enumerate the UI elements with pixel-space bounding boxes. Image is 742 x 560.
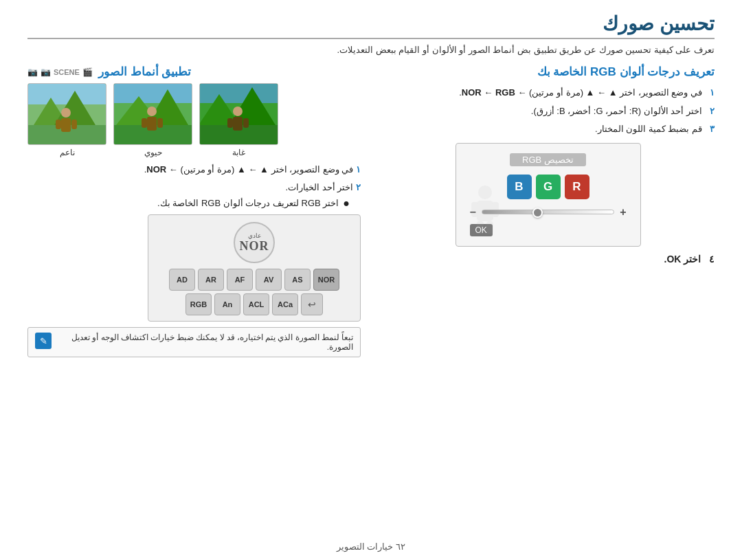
svg-rect-32 xyxy=(243,118,249,128)
scene-icon-acl[interactable]: ACL xyxy=(243,293,269,315)
scene-icon-ar[interactable]: AR xyxy=(198,269,224,291)
rgb-customizer-box: تخصيص RGB R G B + − OK xyxy=(456,143,641,247)
bullet-dot: ● xyxy=(343,198,350,209)
scene-icon-as[interactable]: AS xyxy=(284,269,311,291)
scene-icon-av[interactable]: AV xyxy=(256,269,282,291)
photo-natural xyxy=(27,83,106,145)
note-box: تبعاً لنمط الصورة الذي يتم اختياره، قد ل… xyxy=(27,327,361,357)
svg-rect-4 xyxy=(477,221,484,234)
scene-label: SCENE xyxy=(54,68,80,76)
slider-plus[interactable]: + xyxy=(620,206,626,219)
svg-point-20 xyxy=(147,107,157,116)
scene-icons-row2: ↩ ACa ACL An RGB xyxy=(157,293,352,315)
svg-rect-17 xyxy=(113,84,192,103)
list-item: ١ في وضع التصوير، اختر ▲ ← ▲ (مرة أو مرت… xyxy=(381,86,715,100)
photo-item-natural: ناعم xyxy=(27,83,106,157)
step-text: قم بضبط كمية اللون المختار. xyxy=(595,124,702,134)
right-instructions: ١ في وضع التصوير، اختر ▲ ← ▲ (مرة أو مرت… xyxy=(27,163,361,209)
page-title: تحسين صورك xyxy=(27,12,715,35)
rgb-slider[interactable] xyxy=(482,210,614,214)
svg-point-29 xyxy=(233,107,243,116)
svg-rect-23 xyxy=(157,118,163,128)
scene-back-button[interactable]: ↩ xyxy=(301,293,323,315)
svg-rect-12 xyxy=(61,118,71,132)
scene-icon-ad[interactable]: AD xyxy=(169,269,195,291)
svg-rect-13 xyxy=(56,120,61,129)
rgb-button-group: R G B xyxy=(507,175,589,199)
slider-thumb xyxy=(532,208,543,218)
step4-text: اختر OK. xyxy=(664,254,701,265)
rgb-box-title: تخصيص RGB xyxy=(510,153,586,166)
list-item: ٣ قم بضبط كمية اللون المختار. xyxy=(381,122,715,136)
step-number: ٢ xyxy=(710,104,715,118)
scene-box-top: عادي NOR xyxy=(157,222,352,263)
nor-circle: عادي NOR xyxy=(234,222,275,263)
photos-row: ناعم xyxy=(27,83,361,157)
bullet-text: اختر RGB لتعريف درجات ألوان RGB الخاصة ب… xyxy=(157,198,339,208)
step-text: في وضع التصوير، اختر ▲ ← ▲ (مرة أو مرتين… xyxy=(459,87,702,98)
right-section-title: تطبيق أنماط الصور 🎬 SCENE 📷 📷 xyxy=(27,65,361,79)
svg-rect-21 xyxy=(147,117,157,131)
bullet-rgb: ● اختر RGB لتعريف درجات ألوان RGB الخاصة… xyxy=(27,198,350,209)
scene-icon-an[interactable]: An xyxy=(214,293,240,315)
right-step1-num: ١ xyxy=(353,164,361,175)
nor-label-top: عادي xyxy=(248,232,261,239)
scene-icon-nor[interactable]: NOR xyxy=(313,269,339,291)
step-number: ١ xyxy=(710,86,715,100)
nor-text: NOR xyxy=(240,239,269,254)
svg-rect-14 xyxy=(71,120,77,129)
page-footer: ٦٢ خيارات التصوير xyxy=(0,541,742,552)
step4: ٤ اختر OK. xyxy=(381,254,715,265)
svg-point-11 xyxy=(61,108,71,117)
photo-item-forest: غابة xyxy=(199,83,278,157)
page-subtitle: تعرف على كيفية تحسين صورك عن طريق تطبيق … xyxy=(27,45,715,55)
svg-rect-31 xyxy=(227,118,233,128)
camera-icon2: 📷 xyxy=(27,67,38,77)
left-column: تعريف درجات ألوان RGB الخاصة بك ١ في وضع… xyxy=(381,65,715,357)
left-instructions: ١ في وضع التصوير، اختر ▲ ← ▲ (مرة أو مرت… xyxy=(381,86,715,136)
photo-forest xyxy=(199,83,278,145)
svg-rect-2 xyxy=(471,202,478,217)
scene-icon-rgb[interactable]: RGB xyxy=(186,293,212,315)
scene-icon-aca[interactable]: ACa xyxy=(272,293,298,315)
photo-label-forest: غابة xyxy=(232,148,245,157)
photo-vivid xyxy=(113,83,192,145)
title-divider xyxy=(27,38,715,39)
b-button[interactable]: B xyxy=(507,175,532,199)
photo-item-vivid: حيوي xyxy=(113,83,192,157)
page-container: تحسين صورك تعرف على كيفية تحسين صورك عن … xyxy=(0,0,742,560)
right-step2-num: ٢ xyxy=(353,182,361,192)
scene-icon-af[interactable]: AF xyxy=(227,269,253,291)
svg-rect-8 xyxy=(27,84,106,104)
photo-label-vivid: حيوي xyxy=(144,148,162,157)
scene-icons-row1: NOR AS AV AF AR AD xyxy=(157,269,352,291)
step-text: اختر أحد الألوان (R: أحمر، G: أخضر، B: أ… xyxy=(531,106,702,116)
left-section-title: تعريف درجات ألوان RGB الخاصة بك xyxy=(381,65,715,79)
svg-rect-30 xyxy=(233,117,243,131)
r-button[interactable]: R xyxy=(565,175,589,199)
note-icon: ✎ xyxy=(35,333,52,349)
scene-selector-box: عادي NOR NOR AS AV AF AR AD ↩ ACa ACL An xyxy=(148,214,361,322)
main-content: تعريف درجات ألوان RGB الخاصة بك ١ في وضع… xyxy=(27,65,715,357)
right-step2-text: اختر أحد الخيارات. xyxy=(286,182,354,192)
svg-rect-22 xyxy=(142,118,147,128)
g-button[interactable]: G xyxy=(536,175,561,199)
svg-rect-5 xyxy=(486,221,493,234)
right-title-text: تطبيق أنماط الصور xyxy=(98,65,191,79)
svg-point-0 xyxy=(478,186,492,199)
note-text: تبعاً لنمط الصورة الذي يتم اختياره، قد ل… xyxy=(57,333,353,352)
photo-label-natural: ناعم xyxy=(60,148,75,157)
scene-icon: 🎬 xyxy=(82,67,93,77)
right-step1: ١ في وضع التصوير، اختر ▲ ← ▲ (مرة أو مرت… xyxy=(27,163,361,177)
svg-rect-26 xyxy=(199,84,278,103)
list-item: ٢ اختر أحد الألوان (R: أحمر، G: أخضر، B:… xyxy=(381,104,715,118)
camera-icon1: 📷 xyxy=(41,67,51,77)
right-step1-text: في وضع التصوير، اختر ▲ ← ▲ (مرة أو مرتين… xyxy=(144,164,354,175)
right-step2: ٢ اختر أحد الخيارات. xyxy=(27,181,361,194)
step4-num: ٤ xyxy=(704,254,715,265)
right-column: تطبيق أنماط الصور 🎬 SCENE 📷 📷 xyxy=(27,65,361,357)
step-number: ٣ xyxy=(710,122,715,136)
